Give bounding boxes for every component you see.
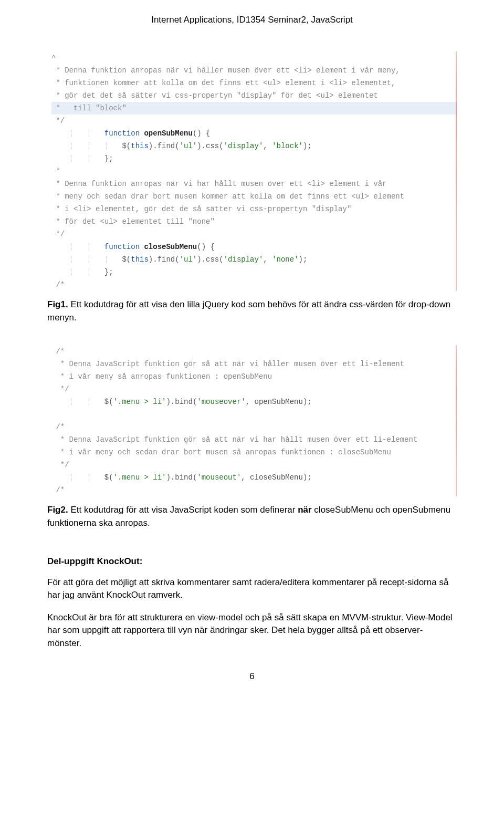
code-line: /* bbox=[51, 278, 457, 291]
page-header: Internet Applications, ID1354 Seminar2, … bbox=[47, 0, 457, 51]
body-paragraph: KnockOut är bra för att strukturera en v… bbox=[47, 611, 457, 650]
code-line: * Denna funktion anropas när vi håller m… bbox=[51, 64, 457, 77]
code-line: * Denna JavaScript funktion gör så att n… bbox=[51, 433, 457, 446]
code-line: /* bbox=[51, 484, 457, 496]
section-heading-knockout: Del-uppgift KnockOut: bbox=[47, 556, 457, 567]
code-figure-2: /* * Denna JavaScript funktion gör så at… bbox=[47, 345, 457, 496]
code-line: * i vår meny så anropas funktionen : ope… bbox=[51, 370, 457, 383]
margin-rule bbox=[456, 51, 457, 291]
code-line: * funktionen kommer att kolla om det fin… bbox=[51, 77, 457, 89]
code-line: ¦ ¦ function openSubMenu() { bbox=[51, 127, 457, 140]
code-line: ¦ ¦ $('.menu > li').bind('mouseout', clo… bbox=[51, 471, 457, 484]
code-line: ^ bbox=[51, 51, 457, 64]
code-line: * Denna funktion anropas när vi har håll… bbox=[51, 178, 457, 190]
figure1-caption: Fig1. Ett kodutdrag för att visa den lil… bbox=[47, 298, 457, 324]
code-line: */ bbox=[51, 115, 457, 127]
figure2-caption: Fig2. Ett kodutdrag för att visa JavaScr… bbox=[47, 504, 457, 529]
code-line: ¦ ¦ }; bbox=[51, 266, 457, 278]
code-line: ¦ ¦ $('.menu > li').bind('mouseover', op… bbox=[51, 396, 457, 408]
page-number: 6 bbox=[0, 671, 504, 682]
code-line-highlighted: * till "block" bbox=[51, 102, 457, 115]
code-line: * meny och sedan drar bort musen kommer … bbox=[51, 190, 457, 203]
code-line: * Denna JavaScript funktion gör så att n… bbox=[51, 358, 457, 370]
code-line: ¦ ¦ ¦ $(this).find('ul').css('display', … bbox=[51, 253, 457, 266]
code-line: ¦ ¦ function closeSubMenu() { bbox=[51, 241, 457, 253]
code-line: * bbox=[51, 165, 457, 178]
code-line: /* bbox=[51, 421, 457, 433]
code-line: */ bbox=[51, 383, 457, 396]
body-paragraph: För att göra det möjligt att skriva komm… bbox=[47, 576, 457, 602]
code-line: * i vår meny och sedan drar bort musen s… bbox=[51, 446, 457, 459]
code-line: ¦ ¦ }; bbox=[51, 152, 457, 165]
code-line: * i <li> elementet, gör det de så sätter… bbox=[51, 203, 457, 215]
code-figure-1: ^ * Denna funktion anropas när vi håller… bbox=[47, 51, 457, 291]
margin-rule bbox=[456, 345, 457, 496]
code-line: ¦ ¦ ¦ $(this).find('ul').css('display', … bbox=[51, 140, 457, 152]
code-line: * gör det det så sätter vi css-propertyn… bbox=[51, 89, 457, 102]
code-line: */ bbox=[51, 459, 457, 471]
code-line: * för det <ul> elementet till "none" bbox=[51, 215, 457, 228]
code-line: */ bbox=[51, 228, 457, 241]
code-line bbox=[51, 408, 457, 421]
code-line: /* bbox=[51, 345, 457, 358]
